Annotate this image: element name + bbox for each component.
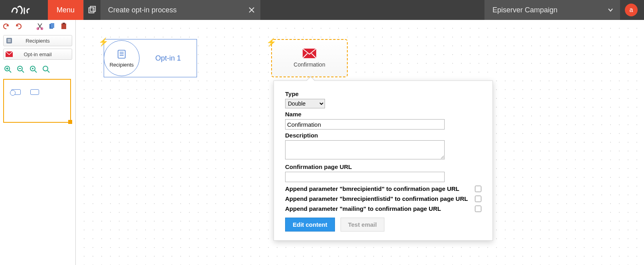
paste-icon[interactable] <box>60 22 68 30</box>
node-optin-title: Opt-in 1 <box>140 54 197 63</box>
bolt-icon: ⚡ <box>98 37 108 47</box>
avatar[interactable]: a <box>625 4 638 16</box>
close-icon[interactable] <box>248 7 255 13</box>
svg-point-17 <box>32 68 33 69</box>
logo <box>0 4 48 16</box>
append-bmrecipientlistid-checkbox[interactable] <box>475 196 481 202</box>
confirmation-url-field[interactable] <box>285 172 445 182</box>
type-select[interactable]: Double <box>285 99 325 108</box>
minimap-node <box>11 89 21 95</box>
description-field[interactable] <box>285 140 445 159</box>
properties-panel: Type Double Name Description Confirmatio… <box>274 80 493 241</box>
undo-icon[interactable] <box>2 22 10 30</box>
copy-icon[interactable] <box>48 22 56 30</box>
zoom-fit-icon[interactable] <box>30 65 37 73</box>
app-selector-label: Episerver Campaign <box>492 6 557 14</box>
name-label: Name <box>285 111 481 118</box>
recipients-icon <box>4 37 15 44</box>
palette-recipients[interactable]: Recipients <box>3 35 72 46</box>
svg-rect-11 <box>8 40 11 41</box>
chevron-down-icon <box>607 7 614 13</box>
node-recipients-label: Recipients <box>110 62 134 68</box>
node-optin[interactable]: ⚡ Recipients Opt-in 1 <box>104 39 197 77</box>
palette-optin-email[interactable]: Opt-in email <box>3 49 72 60</box>
left-sidebar: Recipients Opt-in email <box>0 20 76 265</box>
append-bmrecipientlistid-label: Append parameter "bmrecipientlistid" to … <box>285 195 468 202</box>
node-confirmation[interactable]: ⚡ Confirmation <box>271 39 348 77</box>
minimap-node <box>30 89 39 95</box>
edit-content-button[interactable]: Edit content <box>285 218 335 232</box>
svg-point-18 <box>43 66 48 71</box>
append-mailing-label: Append parameter "mailing" to confirmati… <box>285 205 441 212</box>
type-label: Type <box>285 90 481 97</box>
svg-rect-8 <box>63 23 65 24</box>
node-confirmation-label: Confirmation <box>293 61 325 68</box>
svg-text:2: 2 <box>92 7 94 11</box>
zoom-reset-icon[interactable] <box>42 65 50 73</box>
canvas[interactable]: ⚡ Recipients Opt-in 1 ⚡ Confirmation Typ… <box>76 20 644 265</box>
menu-button[interactable]: Menu <box>48 0 83 20</box>
name-field[interactable] <box>285 119 445 130</box>
test-email-button[interactable]: Test email <box>341 218 384 232</box>
edit-toolbar <box>0 20 75 33</box>
minimap[interactable] <box>3 79 71 123</box>
palette-optin-email-label: Opt-in email <box>15 51 72 57</box>
recipients-icon <box>116 49 127 59</box>
append-bmrecipientid-checkbox[interactable] <box>475 186 481 192</box>
minimap-resize-handle[interactable] <box>68 120 72 124</box>
breadcrumb-title: Create opt-in process <box>108 6 177 14</box>
bolt-icon: ⚡ <box>266 37 276 47</box>
mail-icon <box>303 49 316 58</box>
app-selector[interactable]: Episerver Campaign <box>484 0 620 20</box>
svg-rect-10 <box>8 39 11 40</box>
redo-icon[interactable] <box>14 22 22 30</box>
cut-icon[interactable] <box>36 22 44 30</box>
append-bmrecipientid-label: Append parameter "bmrecipientid" to conf… <box>285 185 459 192</box>
svg-rect-7 <box>61 24 66 29</box>
description-label: Description <box>285 132 481 139</box>
palette-recipients-label: Recipients <box>15 38 72 44</box>
window-stack-button[interactable]: 2 <box>83 0 101 20</box>
mail-icon <box>4 51 15 57</box>
svg-rect-19 <box>118 50 125 58</box>
app-header: Menu 2 Create opt-in process Episerver C… <box>0 0 644 20</box>
zoom-in-icon[interactable] <box>4 65 12 73</box>
append-mailing-checkbox[interactable] <box>475 206 481 212</box>
confirmation-url-label: Confirmation page URL <box>285 163 481 170</box>
zoom-toolbar <box>0 62 75 77</box>
node-optin-recipients[interactable]: Recipients <box>104 40 140 76</box>
svg-rect-6 <box>51 23 54 28</box>
breadcrumb: Create opt-in process <box>101 0 260 20</box>
zoom-out-icon[interactable] <box>17 65 25 73</box>
svg-rect-12 <box>8 41 11 42</box>
